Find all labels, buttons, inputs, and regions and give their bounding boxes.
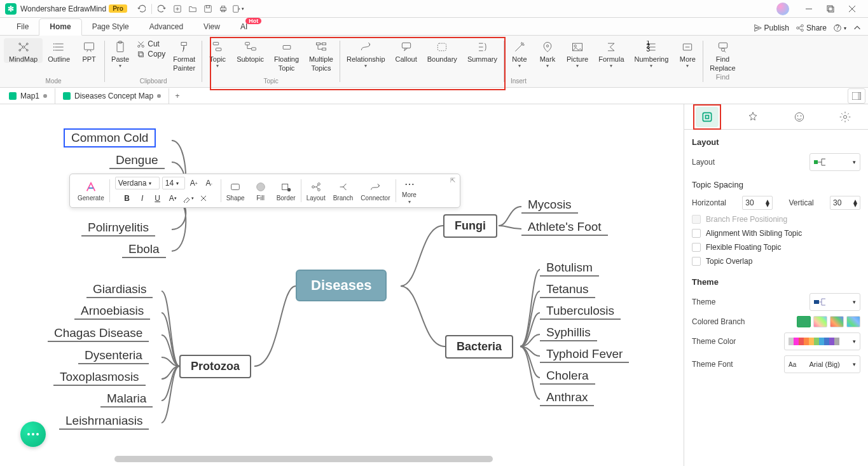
doc-tab-1[interactable]: Map1: [1, 88, 55, 104]
copy-button[interactable]: Copy: [137, 50, 165, 58]
horizontal-scrollbar[interactable]: [114, 456, 493, 462]
font-size-select[interactable]: 14▾: [162, 177, 185, 189]
leaf-malaria[interactable]: Malaria: [100, 392, 153, 408]
user-avatar[interactable]: [776, 3, 789, 15]
tab-view[interactable]: View: [193, 19, 230, 35]
subtopic-button[interactable]: Subtopic: [231, 38, 269, 63]
redo-button[interactable]: [155, 2, 169, 16]
border-button[interactable]: Border: [273, 177, 300, 205]
underline-button[interactable]: U: [151, 192, 164, 205]
mindmap-mode-button[interactable]: MindMap: [4, 38, 43, 63]
topic-overlap-check[interactable]: Topic Overlap: [692, 257, 860, 266]
add-doc-tab-button[interactable]: +: [169, 92, 186, 100]
picture-button[interactable]: Picture▾: [561, 38, 593, 68]
export-button[interactable]: ▾: [231, 2, 245, 16]
floating-topic-button[interactable]: FloatingTopic: [269, 38, 304, 72]
shape-button[interactable]: Shape: [223, 177, 249, 205]
leaf-typhoid[interactable]: Typhoid Fever: [540, 347, 629, 363]
more-format-button[interactable]: ⋯More▾: [397, 177, 422, 205]
theme-font-select[interactable]: AaArial (Big)▾: [784, 355, 860, 373]
callout-button[interactable]: Callout: [390, 38, 422, 63]
branch-color-swatch-4[interactable]: [846, 316, 860, 327]
print-button[interactable]: [216, 2, 230, 16]
branch-color-swatch-3[interactable]: [830, 316, 844, 327]
leaf-commoncold[interactable]: Common Cold: [64, 128, 156, 147]
panel-toggle-button[interactable]: [848, 88, 865, 104]
branch-color-swatch-1[interactable]: [797, 316, 811, 327]
numbering-button[interactable]: 123Numbering▾: [630, 38, 674, 68]
doc-tab-2[interactable]: Diseases Concept Map: [55, 88, 169, 104]
branch-fungi[interactable]: Fungi: [443, 214, 497, 238]
canvas[interactable]: Diseases Fungi Bacteria Protozoa Mycosis…: [0, 104, 684, 466]
leaf-anthrax[interactable]: Anthrax: [540, 390, 594, 406]
flexible-floating-check[interactable]: Flexible Floating Topic: [692, 243, 860, 252]
outline-mode-button[interactable]: Outline: [43, 38, 75, 63]
pin-icon[interactable]: ⇱: [448, 175, 457, 184]
theme-select[interactable]: ▾: [809, 293, 860, 311]
boundary-button[interactable]: Boundary: [422, 38, 462, 63]
paste-button[interactable]: Paste▾: [106, 38, 134, 68]
connector-button[interactable]: Connector: [357, 177, 394, 205]
relationship-button[interactable]: Relationship▾: [341, 38, 390, 68]
multiple-topics-button[interactable]: MultipleTopics: [304, 38, 338, 72]
horizontal-spacing-input[interactable]: 30▴▾: [742, 196, 773, 210]
vertical-spacing-input[interactable]: 30▴▾: [830, 196, 860, 210]
decrease-font-button[interactable]: A-: [203, 177, 216, 189]
ai-generate-button[interactable]: Generate: [74, 177, 108, 205]
topic-button[interactable]: Topic▾: [203, 38, 231, 68]
share-button[interactable]: Share: [796, 24, 827, 32]
save-button[interactable]: [201, 2, 215, 16]
layout-select[interactable]: ▾: [809, 153, 860, 171]
leaf-leish[interactable]: Leishrnaniasis: [59, 414, 149, 430]
close-button[interactable]: [841, 0, 863, 18]
leaf-polio[interactable]: Polirnyelitis: [81, 221, 155, 236]
leaf-toxoplasmosis[interactable]: Toxoplasmosis: [53, 370, 146, 386]
increase-font-button[interactable]: A+: [188, 177, 200, 189]
leaf-arnoebiasis[interactable]: Arnoebiasis: [74, 304, 150, 320]
more-button[interactable]: More▾: [673, 38, 701, 68]
panel-tab-layout[interactable]: [696, 107, 719, 127]
undo-button[interactable]: [134, 2, 148, 16]
font-family-select[interactable]: Verdana▾: [115, 177, 160, 189]
tab-home[interactable]: Home: [39, 18, 81, 36]
panel-tab-settings[interactable]: [834, 107, 857, 127]
find-replace-button[interactable]: FindReplaceFind: [705, 38, 740, 81]
maximize-button[interactable]: [820, 0, 841, 18]
cut-button[interactable]: Cut: [137, 39, 165, 48]
leaf-ebola[interactable]: Ebola: [122, 242, 166, 258]
open-file-button[interactable]: [186, 2, 200, 16]
tab-ai[interactable]: AI Hot: [230, 19, 258, 35]
leaf-tb[interactable]: Tuberculosis: [540, 304, 621, 320]
formula-button[interactable]: Formula▾: [593, 38, 629, 68]
leaf-botulism[interactable]: Botulism: [540, 261, 599, 277]
branch-color-swatch-2[interactable]: [813, 316, 827, 327]
central-topic[interactable]: Diseases: [296, 270, 387, 301]
sibling-align-check[interactable]: Alignment With Sibling Topic: [692, 229, 860, 238]
leaf-dysenteria[interactable]: Dysenteria: [78, 348, 149, 364]
leaf-giardiasis[interactable]: Giardiasis: [86, 282, 153, 298]
note-button[interactable]: Note▾: [506, 38, 534, 68]
leaf-syphilis[interactable]: Syphillis: [540, 326, 597, 341]
leaf-cholera[interactable]: Cholera: [540, 369, 595, 385]
ppt-mode-button[interactable]: PPT: [75, 38, 103, 63]
panel-tab-icon[interactable]: [788, 107, 811, 127]
leaf-athlete[interactable]: Athlete's Foot: [521, 220, 608, 236]
branch-protozoa[interactable]: Protozoa: [179, 355, 251, 378]
layout-button[interactable]: Layout: [303, 177, 329, 205]
italic-button[interactable]: I: [136, 192, 149, 205]
format-painter-button[interactable]: Format Painter: [168, 38, 200, 72]
panel-tab-style[interactable]: [741, 107, 764, 127]
collapse-ribbon-button[interactable]: [853, 24, 862, 32]
branch-bacteria[interactable]: Bacteria: [445, 335, 513, 359]
leaf-mycosis[interactable]: Mycosis: [521, 198, 578, 214]
leaf-dengue[interactable]: Dengue: [109, 153, 165, 169]
bold-button[interactable]: B: [121, 192, 134, 205]
font-color-button[interactable]: A▾: [167, 192, 179, 205]
tab-advanced[interactable]: Advanced: [139, 19, 193, 35]
branch-button[interactable]: Branch: [329, 177, 357, 205]
publish-button[interactable]: Publish: [754, 24, 789, 32]
highlight-button[interactable]: ▾: [182, 192, 195, 205]
mark-button[interactable]: Mark▾: [534, 38, 561, 68]
theme-color-select[interactable]: ▾: [784, 332, 860, 350]
clear-format-button[interactable]: [197, 192, 210, 205]
